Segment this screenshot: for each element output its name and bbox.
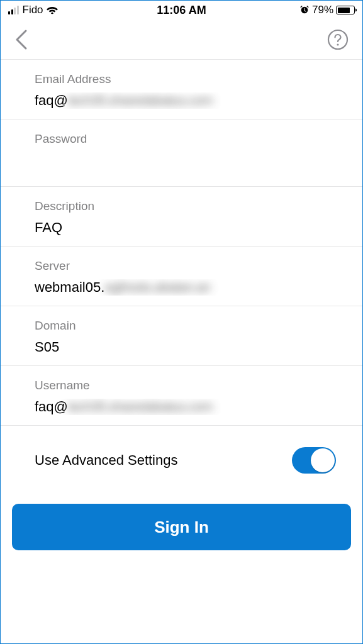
battery-icon [336,6,355,14]
description-label: Description [35,199,328,213]
back-button[interactable] [14,28,28,51]
email-label: Email Address [35,72,328,86]
email-value: faq@tech35.sharedabatus.com [35,92,328,109]
description-row[interactable]: Description FAQ [1,187,362,247]
cellular-signal-icon [8,6,19,14]
advanced-settings-label: Use Advanced Settings [35,452,177,469]
password-value [35,152,328,165]
sign-in-wrap: Sign In [1,486,362,550]
server-label: Server [35,259,328,273]
svg-point-0 [328,30,347,49]
server-row[interactable]: Server webmail05.egihosts.abatan.an [1,247,362,306]
help-button[interactable] [327,29,349,50]
status-time: 11:06 AM [157,4,206,17]
sign-in-button[interactable]: Sign In [12,504,351,550]
status-bar: Fido 11:06 AM 79% [1,1,362,19]
alarm-icon [299,5,310,15]
wifi-icon [46,6,59,14]
advanced-settings-toggle[interactable] [292,447,336,474]
server-value: webmail05.egihosts.abatan.an [35,279,328,296]
email-row[interactable]: Email Address faq@tech35.sharedabatus.co… [1,60,362,119]
battery-percent: 79% [312,4,333,16]
username-row[interactable]: Username faq@tech35.sharedabatus.com [1,366,362,426]
svg-point-1 [337,43,338,45]
nav-bar [1,19,362,60]
status-right: 79% [299,4,355,16]
description-value: FAQ [35,219,328,236]
domain-value: S05 [35,339,328,355]
status-left: Fido [8,4,59,16]
username-value: faq@tech35.sharedabatus.com [35,399,328,415]
password-row[interactable]: Password [1,119,362,187]
username-label: Username [35,379,328,392]
domain-label: Domain [35,319,328,333]
advanced-settings-row: Use Advanced Settings [1,426,362,486]
carrier-name: Fido [23,4,43,16]
domain-row[interactable]: Domain S05 [1,306,362,366]
account-form: Email Address faq@tech35.sharedabatus.co… [1,60,362,426]
password-label: Password [35,132,328,146]
